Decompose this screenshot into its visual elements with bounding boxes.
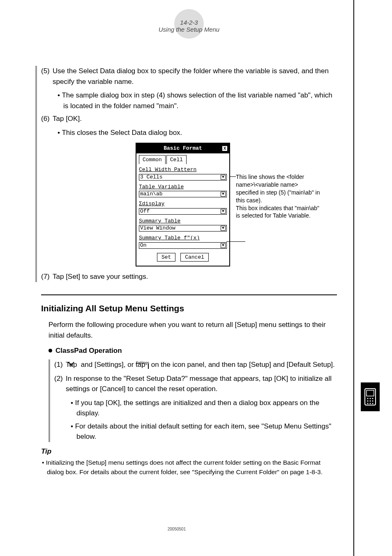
svg-point-6 bbox=[370, 401, 371, 402]
page-header-badge: 14-2-3 Using the Setup Menu bbox=[41, 12, 337, 41]
tab-cell[interactable]: Cell bbox=[166, 155, 187, 164]
step-6: (6)Tap [OK]. bbox=[41, 114, 337, 124]
calculator-thumb-icon bbox=[361, 382, 380, 411]
steps-block-1: (5)Use the Select Data dialog box to spe… bbox=[35, 66, 337, 282]
svg-point-3 bbox=[370, 398, 371, 399]
cell-width-pattern-select[interactable]: 3 Cells ▼ bbox=[139, 174, 227, 181]
dialog-titlebar: Basic Format X bbox=[136, 144, 229, 153]
op-step-2-bullet-2: For details about the initial default se… bbox=[71, 421, 337, 442]
chevron-down-icon: ▼ bbox=[221, 209, 226, 214]
svg-point-9 bbox=[370, 403, 371, 404]
step-7-text: Tap [Set] to save your settings. bbox=[53, 273, 148, 280]
tip-item: Initializing the [Setup] menu settings d… bbox=[41, 458, 337, 477]
summary-table-value: View Window bbox=[140, 224, 175, 232]
svg-point-4 bbox=[372, 398, 374, 399]
section-intro: Perform the following procedure when you… bbox=[48, 320, 337, 341]
chevron-down-icon: ▼ bbox=[221, 192, 226, 197]
annotation-line-1: This line shows the <folder name>\<varia… bbox=[236, 173, 322, 204]
tip-heading: Tip bbox=[41, 446, 337, 457]
summary-table-fx-select[interactable]: On ▼ bbox=[139, 242, 227, 249]
op-step-1c: on the icon panel, and then tap [Setup] … bbox=[149, 361, 335, 368]
dialog-annotation: This line shows the <folder name>\<varia… bbox=[236, 143, 322, 220]
header-section: Using the Setup Menu bbox=[41, 26, 337, 33]
step-6-bullet-1: This closes the Select Data dialog box. bbox=[58, 127, 337, 138]
svg-point-2 bbox=[367, 398, 369, 399]
section-heading: Initializing All Setup Menu Settings bbox=[41, 302, 337, 315]
section-divider bbox=[41, 294, 337, 295]
chevron-down-icon: ▼ bbox=[221, 175, 226, 180]
cancel-button[interactable]: Cancel bbox=[180, 253, 209, 262]
bullet-dot-icon bbox=[48, 349, 52, 352]
tab-common[interactable]: Common bbox=[139, 155, 166, 164]
svg-rect-1 bbox=[367, 390, 374, 396]
annotation-line-2: This box indicates that "main\ab" is sel… bbox=[236, 204, 322, 220]
cell-width-pattern-label: Cell Width Pattern bbox=[139, 166, 227, 174]
summary-table-fx-label: Summary Table f"(x) bbox=[139, 234, 227, 242]
op-step-1: (1)Tap and [Settings], or tap Settings o… bbox=[54, 359, 337, 370]
header-page-ref: 14-2-3 bbox=[41, 12, 337, 26]
dialog-title-text: Basic Format bbox=[164, 144, 202, 153]
op-step-2-bullet-1: If you tap [OK], the settings are initia… bbox=[71, 398, 337, 419]
summary-table-label: Summary Table bbox=[139, 217, 227, 225]
callout-line bbox=[226, 241, 245, 242]
steps-block-2: (1)Tap and [Settings], or tap Settings o… bbox=[48, 359, 337, 442]
op-step-2-text: In response to the "Reset Setup Data?" m… bbox=[66, 375, 332, 393]
svg-point-10 bbox=[372, 403, 374, 404]
table-variable-label: Table Variable bbox=[139, 183, 227, 191]
classpad-operation-heading: ClassPad Operation bbox=[48, 345, 337, 356]
basic-format-dialog: Basic Format X Common Cell Cell Width Pa… bbox=[136, 143, 230, 266]
svg-point-7 bbox=[372, 401, 374, 402]
footer-code: 20050501 bbox=[0, 527, 353, 531]
close-icon[interactable]: X bbox=[222, 146, 228, 151]
chevron-down-icon: ▼ bbox=[221, 243, 226, 248]
sigma-display-value: Off bbox=[140, 207, 150, 215]
table-variable-value: main\ab bbox=[140, 190, 163, 198]
op-head-text: ClassPad Operation bbox=[55, 345, 122, 356]
step-5: (5)Use the Select Data dialog box to spe… bbox=[41, 66, 337, 87]
set-button[interactable]: Set bbox=[157, 253, 175, 262]
table-variable-select[interactable]: main\ab ▼ bbox=[139, 191, 227, 197]
step-5-bullet-1: The sample dialog box in step (4) shows … bbox=[58, 90, 337, 111]
sigma-display-label: Σdisplay bbox=[139, 200, 227, 208]
svg-point-5 bbox=[367, 401, 369, 402]
step-6-text: Tap [OK]. bbox=[53, 115, 82, 123]
svg-point-8 bbox=[367, 403, 369, 404]
step-7: (7)Tap [Set] to save your settings. bbox=[41, 271, 337, 282]
sigma-display-select[interactable]: Off ▼ bbox=[139, 208, 227, 215]
step-5-text: Use the Select Data dialog box to specif… bbox=[53, 67, 329, 86]
cell-width-pattern-value: 3 Cells bbox=[140, 173, 163, 181]
summary-table-select[interactable]: View Window ▼ bbox=[139, 225, 227, 232]
chevron-down-icon: ▼ bbox=[221, 226, 226, 231]
summary-table-fx-value: On bbox=[140, 241, 147, 250]
op-step-2: (2)In response to the "Reset Setup Data?… bbox=[54, 373, 337, 394]
